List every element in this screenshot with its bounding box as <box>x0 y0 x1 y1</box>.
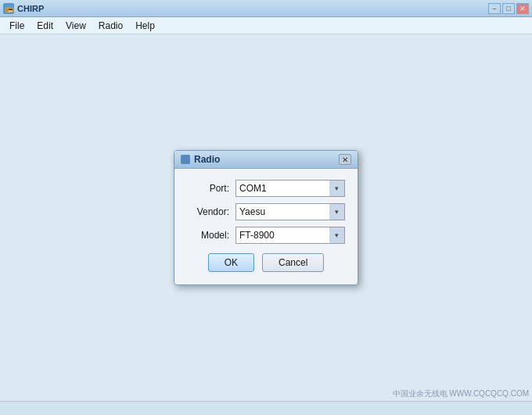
cancel-button[interactable]: Cancel <box>262 253 324 272</box>
vendor-select[interactable]: Yaesu Icom Kenwood Motorola <box>235 203 345 220</box>
maximize-button[interactable]: □ <box>502 3 515 14</box>
dialog-title: Radio <box>194 154 220 165</box>
dialog-icon <box>181 155 190 164</box>
title-bar: 📻 CHIRP − □ ✕ <box>0 0 532 17</box>
dialog-body: Port: COM1 COM2 COM3 COM4 ▾ Vendor: <box>174 169 358 284</box>
radio-dialog: Radio ✕ Port: COM1 COM2 COM3 COM4 <box>174 150 358 285</box>
app-title: CHIRP <box>17 4 44 13</box>
watermark: 中国业余无线电 WWW.CQCQCQ.COM <box>393 388 529 399</box>
ok-button[interactable]: OK <box>208 253 254 272</box>
main-area: Radio ✕ Port: COM1 COM2 COM3 COM4 <box>0 34 532 401</box>
app-icon: 📻 <box>3 3 14 14</box>
menu-help[interactable]: Help <box>129 19 161 33</box>
menu-file[interactable]: File <box>3 19 31 33</box>
port-label: Port: <box>187 183 229 194</box>
vendor-select-wrap: Yaesu Icom Kenwood Motorola ▾ <box>235 203 345 220</box>
window-controls: − □ ✕ <box>488 3 529 14</box>
dialog-title-bar: Radio ✕ <box>174 151 358 169</box>
port-select-wrap: COM1 COM2 COM3 COM4 ▾ <box>235 180 345 197</box>
model-select-wrap: FT-8900 FT-7900 FT-60 FT-817 ▾ <box>235 227 345 244</box>
model-select[interactable]: FT-8900 FT-7900 FT-60 FT-817 <box>235 227 345 244</box>
dialog-overlay: Radio ✕ Port: COM1 COM2 COM3 COM4 <box>0 34 532 401</box>
port-select[interactable]: COM1 COM2 COM3 COM4 <box>235 180 345 197</box>
dialog-buttons: OK Cancel <box>187 250 345 277</box>
menu-bar: File Edit View Radio Help <box>0 17 532 34</box>
model-label: Model: <box>187 230 229 241</box>
model-row: Model: FT-8900 FT-7900 FT-60 FT-817 ▾ <box>187 227 345 244</box>
menu-edit[interactable]: Edit <box>31 19 59 33</box>
minimize-button[interactable]: − <box>488 3 501 14</box>
status-bar <box>0 401 532 415</box>
close-button[interactable]: ✕ <box>516 3 529 14</box>
dialog-close-button[interactable]: ✕ <box>339 154 351 165</box>
vendor-row: Vendor: Yaesu Icom Kenwood Motorola ▾ <box>187 203 345 220</box>
menu-view[interactable]: View <box>59 19 92 33</box>
port-row: Port: COM1 COM2 COM3 COM4 ▾ <box>187 180 345 197</box>
menu-radio[interactable]: Radio <box>92 19 129 33</box>
vendor-label: Vendor: <box>187 206 229 217</box>
